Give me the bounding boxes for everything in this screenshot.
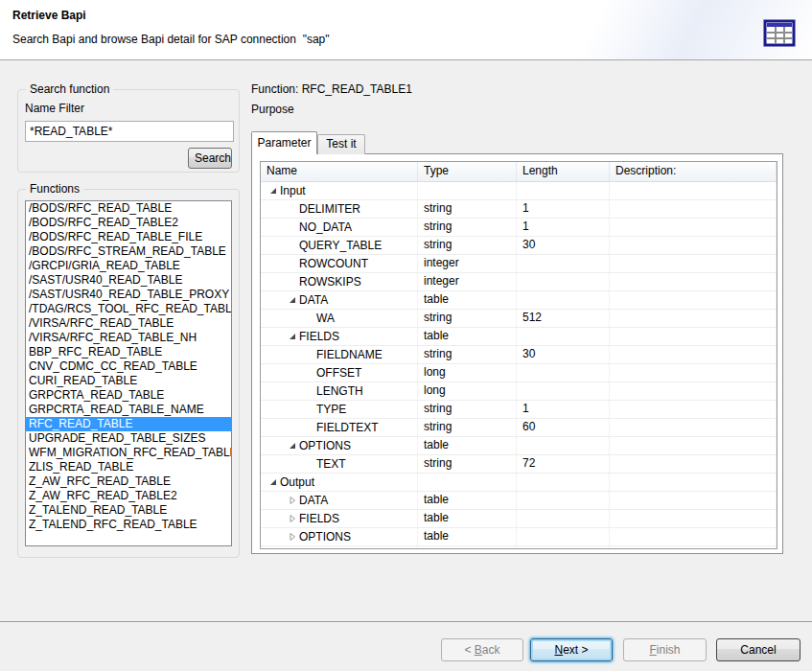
- list-item[interactable]: /SAST/USR40_READ_TABLE: [26, 273, 231, 288]
- parameter-type: string: [418, 401, 517, 418]
- parameter-length: [517, 528, 610, 545]
- parameter-length: [517, 510, 610, 527]
- parameter-type: table: [418, 328, 517, 345]
- parameter-name: TEXT: [316, 456, 346, 473]
- parameter-name: FIELDS: [299, 511, 339, 527]
- list-item[interactable]: BBP_RFC_READ_TABLE: [26, 345, 231, 359]
- table-row[interactable]: DELIMITERstring1: [261, 200, 777, 219]
- parameter-name: QUERY_TABLE: [299, 238, 382, 254]
- tab-parameter[interactable]: Parameter: [251, 131, 317, 154]
- list-item[interactable]: Z_AW_RFC_READ_TABLE: [26, 474, 231, 489]
- parameter-description: [610, 492, 777, 509]
- list-item[interactable]: CURI_READ_TABLE: [26, 374, 231, 388]
- parameter-name: Output: [280, 474, 314, 491]
- table-row[interactable]: LENGTHlong: [261, 382, 777, 401]
- parameter-length: [517, 273, 610, 290]
- expand-toggle-icon-expanded[interactable]: [268, 186, 280, 196]
- expand-toggle-icon-expanded[interactable]: [288, 441, 299, 451]
- table-row[interactable]: FIELDNAMEstring30: [261, 346, 777, 364]
- cancel-button[interactable]: Cancel: [716, 638, 800, 661]
- list-item[interactable]: GRPCRTA_READ_TABLE: [26, 388, 231, 403]
- parameter-description: [610, 364, 777, 382]
- list-item-selected[interactable]: RFC_READ_TABLE: [26, 417, 231, 431]
- list-item[interactable]: CNV_CDMC_CC_READ_TABLE: [26, 359, 231, 374]
- parameter-type: long: [418, 382, 517, 400]
- tab-test-it[interactable]: Test it: [317, 134, 365, 154]
- parameter-type: [418, 182, 517, 199]
- table-row[interactable]: OPTIONStable: [261, 437, 777, 455]
- column-header-length[interactable]: Length: [517, 162, 610, 181]
- parameter-length: [517, 328, 610, 345]
- parameter-type: integer: [418, 255, 517, 272]
- column-header-name[interactable]: Name: [261, 162, 418, 181]
- expand-toggle-icon-collapsed[interactable]: [288, 532, 299, 542]
- column-header-type[interactable]: Type: [418, 162, 517, 181]
- parameter-type: long: [418, 364, 517, 382]
- table-row[interactable]: TEXTstring72: [261, 455, 777, 474]
- parameter-description: [610, 273, 777, 290]
- back-button: < Back: [441, 638, 523, 661]
- next-button[interactable]: Next >: [530, 638, 613, 661]
- table-row[interactable]: DATAtable: [261, 291, 777, 310]
- expand-toggle-icon-expanded[interactable]: [288, 295, 299, 305]
- table-row[interactable]: QUERY_TABLEstring30: [261, 237, 777, 255]
- finish-button: Finish: [623, 638, 707, 661]
- table-row[interactable]: [261, 546, 777, 549]
- parameter-tab-content: NameTypeLengthDescription: InputDELIMITE…: [251, 153, 783, 554]
- expand-toggle-icon-collapsed[interactable]: [288, 496, 299, 505]
- table-row[interactable]: FIELDStable: [261, 328, 777, 346]
- table-row[interactable]: Output: [261, 474, 777, 492]
- parameter-length: [517, 492, 610, 509]
- parameter-length: [517, 382, 610, 400]
- functions-list[interactable]: /BODS/RFC_READ_TABLE/BODS/RFC_READ_TABLE…: [25, 200, 232, 546]
- table-row[interactable]: DATAtable: [261, 492, 777, 510]
- list-item[interactable]: GRPCRTA_READ_TABLE_NAME: [26, 403, 231, 417]
- parameter-name: DATA: [299, 292, 328, 309]
- list-item[interactable]: /SAST/USR40_READ_TABLE_PROXY: [26, 288, 231, 302]
- table-row[interactable]: ROWSKIPSinteger: [261, 273, 777, 291]
- list-item[interactable]: /BODS/RFC_READ_TABLE: [26, 201, 231, 216]
- list-item[interactable]: /BODS/RFC_READ_TABLE2: [26, 216, 231, 230]
- expand-toggle-icon-expanded[interactable]: [288, 332, 299, 341]
- list-item[interactable]: /BODS/RFC_STREAM_READ_TABLE: [26, 244, 231, 259]
- list-item[interactable]: /GRCPI/GRIA_READ_TABLE: [26, 259, 231, 273]
- parameter-description: [610, 310, 777, 327]
- parameter-type: integer: [418, 273, 517, 290]
- table-row[interactable]: FIELDStable: [261, 510, 777, 528]
- list-item[interactable]: WFM_MIGRATION_RFC_READ_TABLE: [26, 446, 231, 460]
- table-row[interactable]: OPTIONStable: [261, 528, 777, 546]
- parameter-type: table: [418, 492, 517, 509]
- list-item[interactable]: /VIRSA/RFC_READ_TABLE_NH: [26, 331, 231, 345]
- list-item[interactable]: /TDAG/RCS_TOOL_RFC_READ_TABLE: [26, 302, 231, 316]
- page-subtitle: Search Bapi and browse Bapi detail for S…: [12, 33, 330, 46]
- parameter-type: table: [418, 528, 517, 545]
- list-item[interactable]: /BODS/RFC_READ_TABLE_FILE: [26, 230, 231, 244]
- parameter-description: [610, 200, 777, 218]
- parameter-name: LENGTH: [316, 383, 363, 400]
- parameter-length: [517, 474, 610, 491]
- parameter-name: DATA: [299, 493, 328, 509]
- list-item[interactable]: Z_TALEND_RFC_READ_TABLE: [26, 518, 231, 532]
- expand-toggle-icon-expanded[interactable]: [268, 477, 280, 487]
- table-row[interactable]: FIELDTEXTstring60: [261, 419, 777, 437]
- list-item[interactable]: Z_AW_RFC_READ_TABLE2: [26, 489, 231, 503]
- parameter-description: [610, 219, 777, 236]
- purpose-label: Purpose: [251, 103, 294, 116]
- table-row[interactable]: ROWCOUNTinteger: [261, 255, 777, 273]
- search-button[interactable]: Search: [188, 148, 232, 169]
- list-item[interactable]: /VIRSA/RFC_READ_TABLE: [26, 316, 231, 331]
- list-item[interactable]: UPGRADE_READ_TABLE_SIZES: [26, 431, 231, 446]
- table-row[interactable]: TYPEstring1: [261, 401, 777, 419]
- expand-toggle-icon-collapsed[interactable]: [288, 514, 299, 523]
- list-item[interactable]: ZLIS_READ_TABLE: [26, 460, 231, 474]
- parameter-name: WA: [316, 311, 335, 327]
- table-row[interactable]: OFFSETlong: [261, 364, 777, 382]
- name-filter-input[interactable]: [25, 121, 234, 142]
- column-header-description[interactable]: Description:: [610, 162, 777, 181]
- selected-function-label: Function: RFC_READ_TABLE1: [251, 82, 412, 96]
- parameter-name: NO_DATA: [299, 220, 352, 236]
- list-item[interactable]: Z_TALEND_READ_TABLE: [26, 503, 231, 518]
- table-row[interactable]: NO_DATAstring1: [261, 219, 777, 237]
- table-row[interactable]: Input: [261, 182, 777, 200]
- table-row[interactable]: WAstring512: [261, 310, 777, 328]
